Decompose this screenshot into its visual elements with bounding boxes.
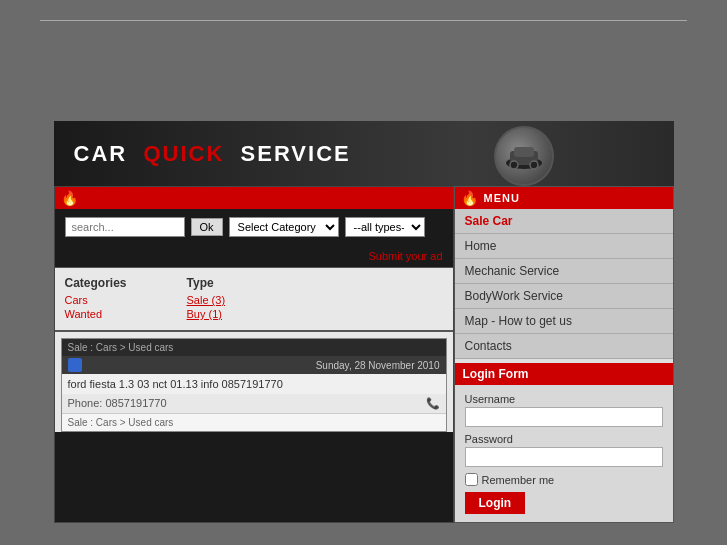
left-red-bar: 🔥 [55,187,453,209]
username-input[interactable] [465,407,663,427]
svg-point-4 [530,161,538,169]
categories-header: Categories [65,276,127,290]
listing-phone: Phone: 0857191770 [68,397,167,410]
right-column: 🔥 MENU Sale Car Home Mechanic Service Bo… [454,186,674,523]
categories-section: Categories Cars Wanted Type Sale (3) Buy… [55,267,453,330]
menu-label: MENU [484,192,520,204]
menu-fire-icon: 🔥 [461,190,478,206]
type-select[interactable]: --all types-- [345,217,425,237]
content-row: 🔥 Ok Select Category --all types-- Submi… [54,186,674,523]
remember-row: Remember me [465,473,663,486]
main-container: CAR QUICK SERVICE 🔥 [54,121,674,523]
menu-item-bodywork[interactable]: BodyWork Service [455,284,673,309]
type-buy[interactable]: Buy (1) [187,308,226,320]
listing-date: Sunday, 28 November 2010 [316,360,440,371]
login-form-section: Username Password Remember me Login [455,385,673,522]
left-column: 🔥 Ok Select Category --all types-- Submi… [54,186,454,523]
submit-ad-bar: Submit your ad [55,245,453,267]
menu-red-bar: 🔥 MENU [455,187,673,209]
category-wanted[interactable]: Wanted [65,308,127,320]
password-label: Password [465,433,663,445]
menu-item-home[interactable]: Home [455,234,673,259]
listing-item: Sale : Cars > Used cars Sunday, 28 Novem… [61,338,447,432]
menu-item-mechanic[interactable]: Mechanic Service [455,259,673,284]
username-label: Username [465,393,663,405]
login-form-bar: Login Form [455,363,673,385]
type-sale[interactable]: Sale (3) [187,294,226,306]
listing-area: Sale : Cars > Used cars Sunday, 28 Novem… [55,330,453,432]
listing-breadcrumb: Sale : Cars > Used cars [62,339,446,356]
submit-ad-link[interactable]: Submit your ad [369,250,443,262]
remember-checkbox[interactable] [465,473,478,486]
types-col: Type Sale (3) Buy (1) [187,276,226,322]
menu-item-map[interactable]: Map - How to get us [455,309,673,334]
title-quick: QUICK [143,141,224,166]
listing-title: ford fiesta 1.3 03 nct 01.13 info 085719… [62,374,446,394]
category-select[interactable]: Select Category [229,217,339,237]
car-logo [494,126,554,186]
listing-phone-bar: Phone: 0857191770 📞 [62,394,446,413]
page-wrapper: CAR QUICK SERVICE 🔥 [0,0,727,545]
categories-col: Categories Cars Wanted [65,276,127,322]
search-bar: Ok Select Category --all types-- [55,209,453,245]
category-cars[interactable]: Cars [65,294,127,306]
listing-date-bar: Sunday, 28 November 2010 [62,356,446,374]
phone-icon: 📞 [426,397,440,410]
listing-icon [68,358,82,372]
types-header: Type [187,276,226,290]
listing-breadcrumb2: Sale : Cars > Used cars [62,413,446,431]
top-spacer [0,0,727,20]
login-button[interactable]: Login [465,492,526,514]
fire-icon: 🔥 [61,190,78,206]
remember-label: Remember me [482,474,555,486]
title-car: CAR [74,141,128,166]
site-header: CAR QUICK SERVICE [54,121,674,186]
svg-rect-2 [514,147,534,157]
svg-point-3 [510,161,518,169]
header-area [0,21,727,121]
search-input[interactable] [65,217,185,237]
title-service: SERVICE [241,141,351,166]
menu-item-sale-car[interactable]: Sale Car [455,209,673,234]
categories-row: Categories Cars Wanted Type Sale (3) Buy… [65,276,443,322]
password-input[interactable] [465,447,663,467]
ok-button[interactable]: Ok [191,218,223,236]
site-title: CAR QUICK SERVICE [54,141,351,167]
menu-item-contacts[interactable]: Contacts [455,334,673,359]
